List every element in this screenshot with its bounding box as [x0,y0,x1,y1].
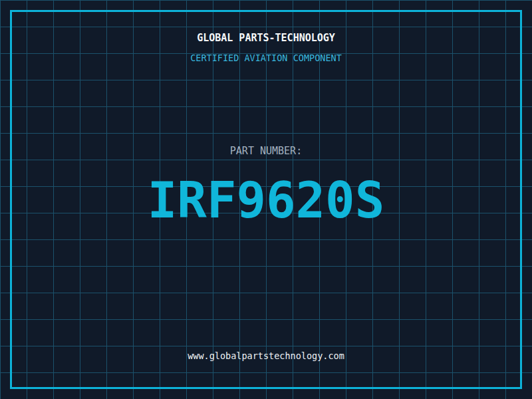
company-name: GLOBAL PARTS-TECHNOLOGY [0,33,532,43]
part-label-card: GLOBAL PARTS-TECHNOLOGY CERTIFIED AVIATI… [0,0,532,399]
part-number-value: IRF9620S [0,176,532,225]
website-url: www.globalpartstechnology.com [0,351,532,360]
part-number-label: PART NUMBER: [0,146,532,156]
certification-tagline: CERTIFIED AVIATION COMPONENT [0,53,532,63]
